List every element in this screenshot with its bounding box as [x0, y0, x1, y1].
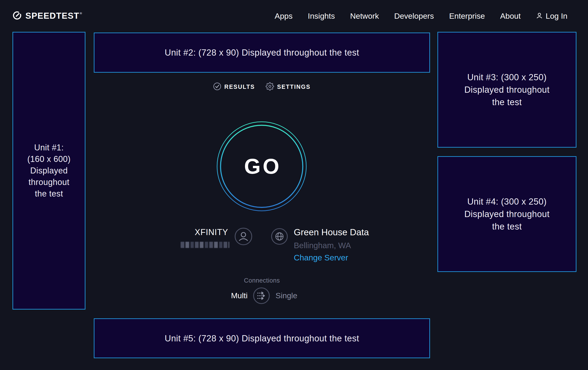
nav-item-insights[interactable]: Insights	[308, 11, 335, 20]
tab-settings[interactable]: SETTINGS	[266, 82, 311, 91]
ad-text: the test	[492, 220, 522, 233]
nav-item-apps[interactable]: Apps	[275, 11, 293, 20]
isp-ip-redacted	[181, 242, 229, 248]
nav-item-about[interactable]: About	[500, 11, 521, 20]
connections-option-single[interactable]: Single	[275, 291, 297, 300]
ad-unit-2[interactable]: Unit #2: (728 x 90) Displayed throughout…	[94, 32, 430, 73]
nav-item-network[interactable]: Network	[350, 11, 379, 20]
ad-text: the test	[35, 188, 63, 200]
server-info: Green House Data Bellingham, WA Change S…	[294, 227, 369, 262]
logo-wordmark: SPEEDTEST®	[25, 11, 83, 21]
ad-text: the test	[492, 96, 522, 109]
ad-unit-3[interactable]: Unit #3: (300 x 250) Displayed throughou…	[437, 32, 577, 148]
go-label: GO	[215, 120, 308, 212]
ad-text: (160 x 600)	[27, 153, 71, 165]
nav-menu: Apps Insights Network Developers Enterpr…	[275, 11, 567, 20]
ad-text: Unit #4: (300 x 250)	[467, 195, 547, 208]
speedtest-logo[interactable]: SPEEDTEST®	[12, 11, 83, 21]
nav-item-enterprise[interactable]: Enterprise	[449, 11, 485, 20]
trademark-symbol: ®	[80, 11, 83, 15]
ad-text: Unit #2: (728 x 90) Displayed throughout…	[165, 46, 359, 59]
server-name: Green House Data	[294, 227, 369, 237]
connections-label: Connections	[94, 277, 430, 284]
ad-text: Displayed	[30, 165, 68, 177]
login-label: Log In	[546, 11, 567, 20]
connections-option-multi[interactable]: Multi	[231, 291, 248, 300]
tab-results[interactable]: RESULTS	[213, 82, 255, 91]
server-location: Bellingham, WA	[294, 241, 369, 250]
user-icon	[536, 12, 543, 20]
ad-unit-5[interactable]: Unit #5: (728 x 90) Displayed throughout…	[94, 318, 430, 358]
ad-text: Unit #5: (728 x 90) Displayed throughout…	[165, 332, 359, 345]
tab-results-label: RESULTS	[224, 83, 255, 90]
ad-text: Unit #1:	[34, 142, 64, 153]
ad-text: Displayed throughout	[464, 208, 549, 220]
tab-settings-label: SETTINGS	[277, 83, 311, 90]
nav-item-developers[interactable]: Developers	[394, 11, 434, 20]
gear-icon	[266, 82, 274, 91]
ad-unit-4[interactable]: Unit #4: (300 x 250) Displayed throughou…	[437, 156, 577, 272]
speedtest-page: SPEEDTEST® Apps Insights Network Develop…	[0, 0, 588, 370]
isp-name: XFINITY	[195, 228, 228, 237]
user-circle-icon	[234, 228, 252, 246]
globe-icon	[271, 228, 288, 246]
ad-text: Unit #3: (300 x 250)	[467, 71, 547, 83]
change-server-link[interactable]: Change Server	[294, 253, 369, 262]
go-button[interactable]: GO	[215, 120, 308, 212]
ad-unit-1[interactable]: Unit #1: (160 x 600) Displayed throughou…	[12, 32, 85, 310]
speedtest-gauge-icon	[12, 11, 22, 21]
top-nav: SPEEDTEST® Apps Insights Network Develop…	[0, 0, 588, 32]
tabs-row: RESULTS SETTINGS	[94, 82, 430, 91]
ad-text: Displayed throughout	[464, 83, 549, 96]
check-circle-icon	[213, 82, 221, 91]
multi-connection-icon[interactable]	[253, 287, 270, 305]
login-button[interactable]: Log In	[536, 11, 567, 20]
ad-text: throughout	[28, 177, 69, 188]
